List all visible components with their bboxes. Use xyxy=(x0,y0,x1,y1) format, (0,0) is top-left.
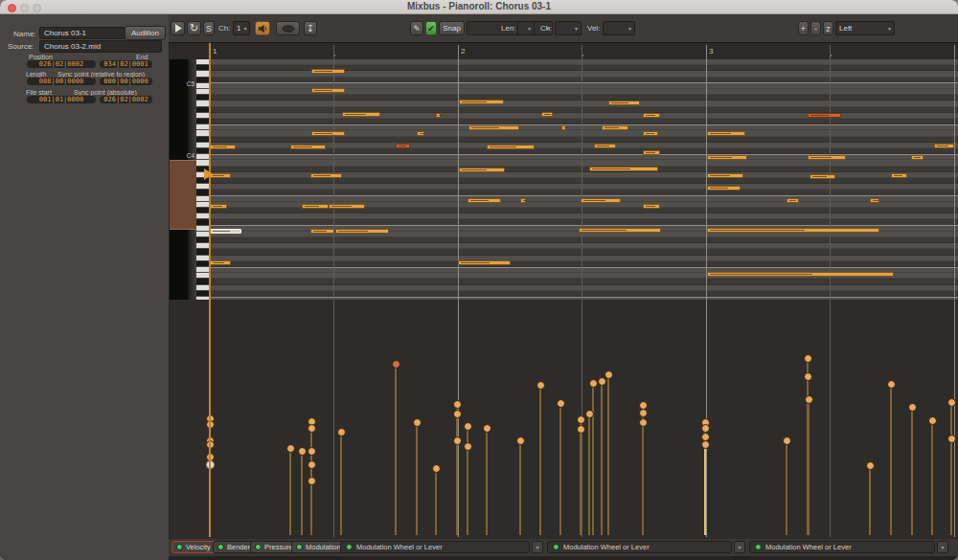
file-start-value[interactable]: 001|01|0000 xyxy=(27,96,96,103)
audition-button[interactable]: Audition xyxy=(125,26,166,40)
midi-note[interactable] xyxy=(210,260,231,265)
midi-note[interactable] xyxy=(468,125,519,130)
midi-note[interactable] xyxy=(870,198,879,203)
draw-tool-button[interactable]: ✎ xyxy=(410,21,423,35)
midi-note[interactable] xyxy=(808,113,841,118)
midi-note[interactable] xyxy=(468,198,501,203)
sync-rel-value[interactable]: 000|00|0000 xyxy=(100,78,152,85)
midi-note[interactable] xyxy=(787,198,799,203)
velocity-dot[interactable] xyxy=(308,447,316,456)
midi-note[interactable] xyxy=(329,204,365,209)
automation-combo-1[interactable]: Modulation Wheel or Lever xyxy=(340,541,530,553)
end-value[interactable]: 034|02|0001 xyxy=(100,60,152,68)
midi-note[interactable] xyxy=(707,173,743,178)
velocity-dot[interactable] xyxy=(413,418,422,427)
automation-combo-2[interactable]: Modulation Wheel or Lever xyxy=(547,541,732,553)
midi-note[interactable] xyxy=(310,229,334,234)
midi-note[interactable] xyxy=(707,272,894,277)
midi-note[interactable] xyxy=(891,173,907,178)
follow-playhead-button[interactable]: ↧ xyxy=(304,21,317,35)
velocity-dot[interactable] xyxy=(887,380,896,389)
midi-note[interactable] xyxy=(459,168,505,172)
midi-note[interactable] xyxy=(210,145,236,149)
midi-note[interactable] xyxy=(561,125,566,130)
midi-note[interactable] xyxy=(210,173,231,178)
velocity-dot[interactable] xyxy=(866,461,875,470)
velocity-dot[interactable] xyxy=(805,395,813,404)
source-field[interactable]: Chorus 03-2.mid xyxy=(39,40,162,53)
zoom-out-button[interactable]: - xyxy=(810,21,821,35)
length-value[interactable]: 008|00|0000 xyxy=(27,78,96,85)
midi-note[interactable] xyxy=(210,229,241,234)
zoom-fit-button[interactable]: z xyxy=(823,21,833,35)
midi-note[interactable] xyxy=(579,228,661,233)
midi-note[interactable] xyxy=(707,228,879,233)
velocity-dot[interactable] xyxy=(453,437,462,445)
velocity-dot[interactable] xyxy=(577,415,585,424)
velocity-dot[interactable] xyxy=(516,437,525,445)
velocity-dot[interactable] xyxy=(598,377,606,386)
velocity-dot[interactable] xyxy=(483,424,491,433)
midi-note[interactable] xyxy=(436,113,441,118)
channel-select[interactable]: 1▾ xyxy=(233,21,250,35)
length-select[interactable]: ▾ xyxy=(517,21,535,35)
sound-notes-button[interactable] xyxy=(255,21,270,35)
midi-note[interactable] xyxy=(589,167,658,171)
combo-3-arrow[interactable]: ▾ xyxy=(937,541,948,553)
midi-note[interactable] xyxy=(707,186,741,190)
velocity-dot[interactable] xyxy=(604,370,613,379)
velocity-dot[interactable] xyxy=(453,400,462,409)
midi-note[interactable] xyxy=(934,144,954,148)
scroomer-selection[interactable] xyxy=(169,160,196,230)
midi-note[interactable] xyxy=(541,112,553,117)
midi-note[interactable] xyxy=(290,145,326,149)
velocity-dot[interactable] xyxy=(308,460,316,469)
midi-note[interactable] xyxy=(602,125,628,130)
velocity-dot[interactable] xyxy=(783,437,791,445)
midi-note[interactable] xyxy=(311,69,345,74)
velocity-dot[interactable] xyxy=(308,477,316,485)
midi-note[interactable] xyxy=(487,145,535,149)
velocity-dot[interactable] xyxy=(298,447,307,456)
velocity-dot[interactable] xyxy=(804,354,812,363)
automation-combo-3[interactable]: Modulation Wheel or Lever xyxy=(749,541,935,553)
velocity-dot[interactable] xyxy=(536,381,545,390)
playhead[interactable] xyxy=(209,42,211,537)
midi-note[interactable] xyxy=(459,100,504,104)
velocity-dot[interactable] xyxy=(464,442,472,451)
note-grid[interactable] xyxy=(210,59,958,300)
midi-note[interactable] xyxy=(707,155,747,160)
piano-key[interactable] xyxy=(196,297,210,300)
loop-button[interactable]: ↻ xyxy=(187,21,201,35)
channel2-select[interactable]: ▾ xyxy=(555,21,582,35)
midi-note[interactable] xyxy=(808,155,846,160)
midi-note[interactable] xyxy=(417,131,424,136)
velocity-dot[interactable] xyxy=(947,435,956,443)
velocity-dot[interactable] xyxy=(589,379,598,388)
combo-2-arrow[interactable]: ▾ xyxy=(734,541,745,553)
velocity-dot[interactable] xyxy=(286,444,295,453)
midi-note[interactable] xyxy=(311,88,345,93)
midi-note[interactable] xyxy=(520,198,526,203)
midi-note[interactable] xyxy=(311,131,345,136)
name-field[interactable]: Chorus 03-1 xyxy=(39,27,125,39)
midi-note[interactable] xyxy=(581,198,621,203)
velocity-dot[interactable] xyxy=(639,418,648,427)
midi-note[interactable] xyxy=(342,112,380,117)
velocity-dot[interactable] xyxy=(392,360,400,369)
midi-note[interactable] xyxy=(643,204,660,209)
midi-note[interactable] xyxy=(810,174,835,179)
midi-note[interactable] xyxy=(210,204,227,209)
midi-note[interactable] xyxy=(458,260,511,265)
midi-note[interactable] xyxy=(707,131,745,136)
velocity-dot[interactable] xyxy=(639,409,648,417)
midi-note[interactable] xyxy=(643,131,658,136)
align-select[interactable]: Left▾ xyxy=(835,21,895,35)
tab-bender[interactable]: Bender xyxy=(213,541,255,553)
velocity-select[interactable]: ▾ xyxy=(603,21,635,35)
midi-note[interactable] xyxy=(594,144,616,148)
midi-note[interactable] xyxy=(643,113,660,118)
velocity-dot[interactable] xyxy=(947,398,956,407)
midi-note[interactable] xyxy=(302,204,329,209)
velocity-dot[interactable] xyxy=(453,410,462,418)
